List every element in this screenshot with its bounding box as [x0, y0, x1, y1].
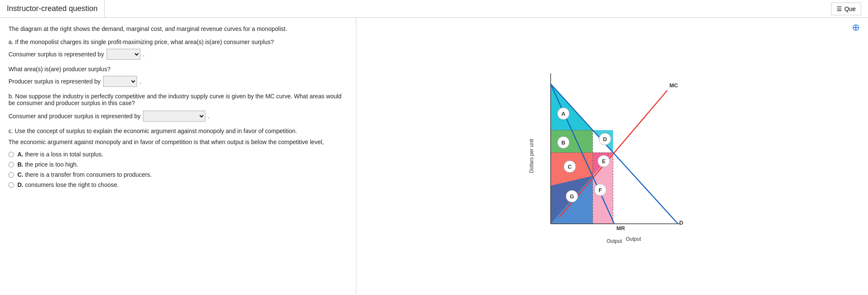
consumer-surplus-end: . — [143, 51, 145, 58]
x-axis-label-text: Output — [607, 238, 622, 244]
left-panel: The diagram at the right shows the deman… — [0, 18, 356, 294]
area-C-text: C — [568, 164, 572, 170]
cs-ps-select[interactable]: A, B, C, D, E, F, G A, B, C, D, E A, B, … — [143, 111, 205, 122]
radio-D[interactable] — [8, 182, 14, 188]
area-A-text: A — [561, 111, 566, 117]
area-B-text: B — [561, 139, 565, 146]
producer-surplus-select[interactable]: B B, D B, D, E C — [103, 76, 137, 87]
radio-C-label: C. there is a transfer from consumers to… — [17, 171, 152, 178]
cs-ps-form: Consumer and producer surplus is represe… — [8, 111, 347, 122]
x-axis-label: Output — [626, 236, 641, 242]
consumer-surplus-form: Consumer surplus is represented by A B A… — [8, 49, 347, 60]
radio-item-C[interactable]: C. there is a transfer from consumers to… — [8, 171, 347, 178]
radio-A[interactable] — [8, 152, 14, 157]
area-D-text: D — [603, 136, 607, 142]
queue-button[interactable]: ☰ Que — [831, 3, 861, 15]
part-c-label: c. Use the concept of surplus to explain… — [8, 128, 347, 134]
main-content: The diagram at the right shows the deman… — [0, 18, 868, 294]
radio-D-label: D. consumers lose the right to choose. — [17, 181, 119, 188]
radio-item-D[interactable]: D. consumers lose the right to choose. — [8, 181, 347, 188]
radio-item-A[interactable]: A. there is a loss in total surplus. — [8, 151, 347, 158]
radio-item-B[interactable]: B. the price is too high. — [8, 161, 347, 168]
radio-B-label: B. the price is too high. — [17, 161, 78, 168]
producer-surplus-question: What area(s) is(are) producer surplus? — [8, 66, 347, 72]
zoom-button[interactable]: ⊕ — [852, 22, 860, 33]
producer-surplus-label: Producer surplus is represented by — [8, 78, 101, 85]
radio-B[interactable] — [8, 162, 14, 167]
page-title: Instructor-created question — [0, 0, 105, 17]
area-E-text: E — [602, 158, 606, 164]
producer-surplus-form: Producer surplus is represented by B B, … — [8, 76, 347, 87]
economic-arg-intro: The economic argument against monopoly a… — [8, 138, 347, 147]
mc-label: MC — [669, 82, 678, 89]
area-B — [551, 130, 593, 153]
cs-ps-label: Consumer and producer surplus is represe… — [8, 113, 140, 120]
radio-group: A. there is a loss in total surplus. B. … — [8, 151, 347, 188]
producer-surplus-end: . — [140, 78, 141, 85]
top-bar-right: ☰ Que — [831, 0, 868, 17]
consumer-surplus-label: Consumer surplus is represented by — [8, 51, 104, 58]
queue-icon: ☰ — [837, 6, 842, 12]
mr-label: MR — [616, 225, 625, 231]
consumer-surplus-select[interactable]: A B A, B A, B, C D — [106, 49, 140, 60]
part-a-label: a. If the monopolist charges its single … — [8, 39, 347, 45]
chart-container: Dollars per unit Output — [527, 67, 697, 245]
cs-ps-end: . — [208, 113, 210, 120]
d-label: D — [679, 220, 683, 226]
intro-text: The diagram at the right shows the deman… — [8, 25, 347, 33]
area-G-text: G — [570, 193, 574, 200]
queue-label: Que — [845, 6, 856, 12]
top-bar: Instructor-created question ☰ Que — [0, 0, 868, 18]
right-panel: ⊕ Dollars per unit Output — [356, 18, 868, 294]
area-F-text: F — [599, 187, 602, 193]
y-axis-label: Dollars per unit — [529, 139, 535, 173]
radio-A-label: A. there is a loss in total surplus. — [17, 151, 103, 158]
chart-svg: Dollars per unit Output — [527, 67, 697, 245]
radio-C[interactable] — [8, 172, 14, 178]
part-b-label: b. Now suppose the industry is perfectly… — [8, 93, 347, 106]
